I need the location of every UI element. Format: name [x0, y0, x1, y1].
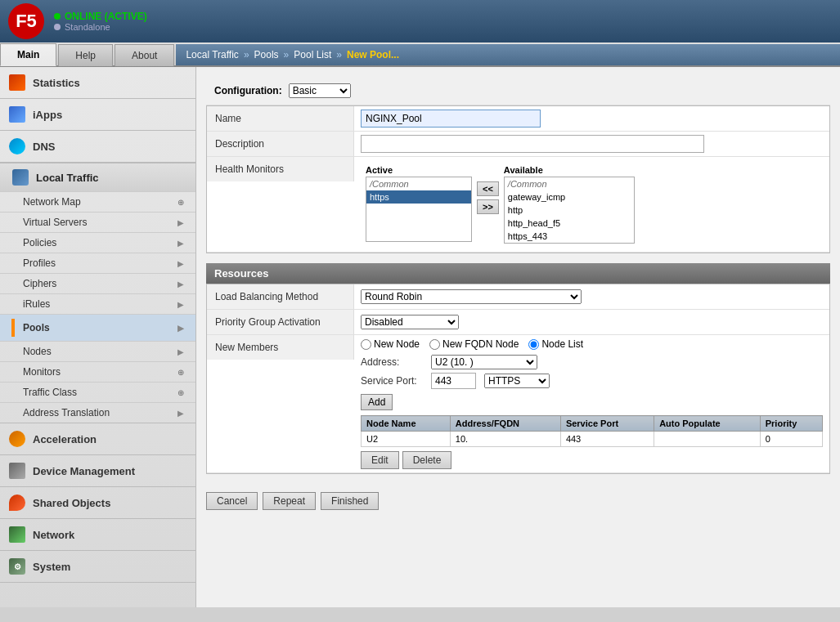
- ciphers-arrow: ▶: [177, 280, 184, 289]
- delete-member-button[interactable]: Delete: [402, 451, 452, 469]
- monitors-expand: ⊕: [177, 368, 184, 377]
- sidebar: Statistics iApps DNS Local Traffic Ne: [0, 67, 196, 607]
- sidebar-item-system[interactable]: ⚙ System: [0, 551, 195, 582]
- active-monitor-section: Active /Common https: [366, 165, 472, 242]
- new-members-row: New Members New Node New FQDN Node: [207, 335, 829, 473]
- description-label: Description: [207, 132, 354, 156]
- breadcrumb-pools[interactable]: Pools: [254, 49, 279, 60]
- load-balancing-select[interactable]: Round Robin Least Connections Fastest Ob…: [361, 289, 582, 304]
- sidebar-item-pools[interactable]: Pools ▶: [0, 314, 195, 341]
- shared-objects-icon: [8, 494, 26, 512]
- dns-icon: [8, 137, 26, 155]
- name-label: Name: [207, 106, 354, 131]
- move-right-button[interactable]: >>: [477, 199, 499, 214]
- avail-common-group[interactable]: /Common: [505, 177, 634, 190]
- priority-group-select[interactable]: Disabled Less than: [361, 315, 459, 329]
- sidebar-section-device-management: Device Management: [0, 455, 195, 487]
- network-map-expand: ⊕: [177, 198, 184, 207]
- move-left-button[interactable]: <<: [477, 181, 499, 196]
- radio-node-list[interactable]: Node List: [528, 338, 583, 350]
- active-common-group[interactable]: /Common: [366, 177, 471, 190]
- active-https-item[interactable]: https: [366, 190, 471, 204]
- pools-arrow: ▶: [177, 324, 184, 333]
- load-balancing-value: Round Robin Least Connections Fastest Ob…: [354, 286, 829, 307]
- description-input[interactable]: [361, 135, 704, 153]
- avail-gateway-icmp[interactable]: gateway_icmp: [505, 190, 634, 204]
- health-monitors-container: Active /Common https << >>: [361, 160, 823, 248]
- table-header-row: Node Name Address/FQDN Service Port Auto…: [362, 416, 823, 432]
- tab-help[interactable]: Help: [58, 44, 113, 66]
- add-member-button[interactable]: Add: [361, 394, 393, 410]
- repeat-button[interactable]: Repeat: [263, 492, 316, 510]
- sidebar-item-monitors[interactable]: Monitors ⊕: [0, 361, 195, 382]
- sidebar-item-traffic-class[interactable]: Traffic Class ⊕: [0, 382, 195, 402]
- sidebar-item-local-traffic[interactable]: Local Traffic: [0, 163, 195, 191]
- content-area: Configuration: Basic Advanced Name Descr…: [196, 67, 840, 607]
- load-balancing-label: Load Balancing Method: [207, 284, 354, 309]
- breadcrumb-pool-list[interactable]: Pool List: [294, 49, 331, 60]
- service-port-row: Service Port: HTTPS HTTP FTP Other: [361, 373, 823, 389]
- sidebar-item-dns[interactable]: DNS: [0, 131, 195, 162]
- main-layout: Statistics iApps DNS Local Traffic Ne: [0, 67, 840, 607]
- address-label: Address:: [361, 356, 426, 368]
- available-monitor-list[interactable]: /Common gateway_icmp http http_head_f5 h…: [504, 177, 635, 244]
- sidebar-item-ciphers[interactable]: Ciphers ▶: [0, 273, 195, 293]
- edit-member-button[interactable]: Edit: [361, 451, 399, 469]
- radio-new-fqdn-input[interactable]: [429, 339, 440, 350]
- breadcrumb-sep1: »: [244, 49, 249, 60]
- sidebar-item-iapps[interactable]: iApps: [0, 99, 195, 130]
- sidebar-item-profiles[interactable]: Profiles ▶: [0, 253, 195, 273]
- resources-header: Resources: [206, 263, 830, 284]
- sidebar-item-network-map[interactable]: Network Map ⊕: [0, 191, 195, 212]
- name-value: [354, 106, 829, 131]
- radio-new-node[interactable]: New Node: [361, 338, 420, 350]
- status-standalone: Standalone: [54, 22, 147, 32]
- sidebar-item-policies[interactable]: Policies ▶: [0, 232, 195, 253]
- address-select[interactable]: U2 (10. ): [431, 355, 537, 369]
- configuration-row: Configuration: Basic Advanced: [206, 77, 830, 105]
- sidebar-item-network[interactable]: Network: [0, 519, 195, 550]
- priority-group-value: Disabled Less than: [354, 311, 829, 333]
- network-icon: [8, 526, 26, 544]
- sidebar-section-dns: DNS: [0, 131, 195, 163]
- sidebar-section-iapps: iApps: [0, 99, 195, 131]
- service-port-input[interactable]: [431, 373, 476, 389]
- name-input[interactable]: [361, 110, 541, 128]
- priority-group-label: Priority Group Activation: [207, 310, 354, 334]
- sidebar-item-irules[interactable]: iRules ▶: [0, 293, 195, 314]
- avail-http-head-f5[interactable]: http_head_f5: [505, 217, 634, 230]
- sidebar-item-address-translation[interactable]: Address Translation ▶: [0, 402, 195, 423]
- radio-new-node-input[interactable]: [361, 339, 371, 350]
- breadcrumb-local-traffic[interactable]: Local Traffic: [186, 49, 238, 60]
- sidebar-item-statistics[interactable]: Statistics: [0, 67, 195, 98]
- configuration-select[interactable]: Basic Advanced: [289, 83, 351, 98]
- avail-http[interactable]: http: [505, 204, 634, 217]
- sidebar-item-nodes[interactable]: Nodes ▶: [0, 341, 195, 361]
- sidebar-section-shared-objects: Shared Objects: [0, 487, 195, 519]
- service-port-type-select[interactable]: HTTPS HTTP FTP Other: [484, 374, 550, 388]
- available-monitor-section: Available /Common gateway_icmp http http…: [504, 165, 635, 244]
- table-row: U2 10. 443 0: [362, 432, 823, 447]
- radio-new-fqdn-node[interactable]: New FQDN Node: [429, 338, 519, 350]
- device-management-icon: [8, 462, 26, 480]
- sidebar-item-device-management[interactable]: Device Management: [0, 455, 195, 486]
- sidebar-item-acceleration[interactable]: Acceleration: [0, 423, 195, 454]
- finished-button[interactable]: Finished: [321, 492, 379, 510]
- breadcrumb-current: New Pool...: [347, 49, 399, 60]
- sidebar-item-shared-objects[interactable]: Shared Objects: [0, 487, 195, 518]
- pools-orange-indicator: [11, 319, 15, 337]
- traffic-class-expand: ⊕: [177, 388, 184, 397]
- tab-about[interactable]: About: [115, 44, 174, 66]
- cancel-button[interactable]: Cancel: [206, 492, 258, 510]
- sidebar-item-virtual-servers[interactable]: Virtual Servers ▶: [0, 212, 195, 232]
- radio-node-list-input[interactable]: [528, 339, 539, 350]
- breadcrumb-sep3: »: [336, 49, 342, 60]
- system-icon: ⚙: [8, 557, 26, 575]
- active-monitor-list[interactable]: /Common https: [366, 177, 472, 242]
- new-members-value: New Node New FQDN Node Node List: [354, 335, 829, 472]
- tab-main[interactable]: Main: [0, 43, 56, 66]
- priority-group-row: Priority Group Activation Disabled Less …: [207, 310, 829, 335]
- load-balancing-row: Load Balancing Method Round Robin Least …: [207, 284, 829, 310]
- profiles-arrow: ▶: [177, 259, 184, 268]
- avail-https-443[interactable]: https_443: [505, 230, 634, 243]
